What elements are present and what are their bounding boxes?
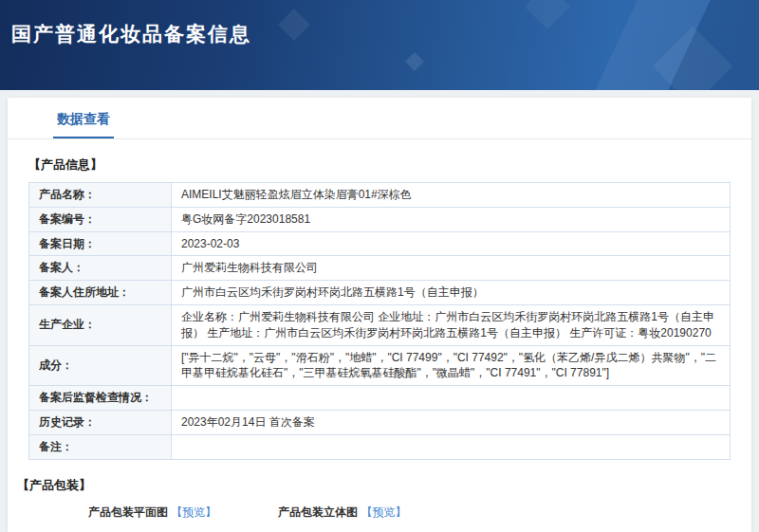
row-value: AIMEILI艾魅丽轻盈炫眉立体染眉膏01#深棕色 (172, 183, 731, 208)
row-value: 广州市白云区均禾街罗岗村环岗北路五横路1号（自主申报） (172, 281, 731, 305)
page-title: 国产普通化妆品备案信息 (0, 0, 759, 47)
table-row: 备案人住所地址： 广州市白云区均禾街罗岗村环岗北路五横路1号（自主申报） (29, 281, 731, 305)
packaging-row: 产品包装平面图 【预览】 产品包装立体图 【预览】 (88, 504, 751, 521)
row-label: 历史记录： (29, 411, 172, 435)
table-row: 成分： ["异十二烷"，"云母"，"滑石粉"，"地蜡"，"CI 77499"，"… (29, 345, 731, 386)
row-value: 企业名称：广州爱莉生物科技有限公司 企业地址：广州市白云区均禾街罗岗村环岗北路五… (172, 304, 731, 345)
table-row: 备案后监督检查情况： (29, 386, 731, 411)
product-info-table: 产品名称： AIMEILI艾魅丽轻盈炫眉立体染眉膏01#深棕色 备案编号： 粤G… (28, 182, 731, 460)
table-row: 备案人： 广州爱莉生物科技有限公司 (29, 256, 731, 281)
table-row: 备案日期： 2023-02-03 (29, 231, 731, 256)
row-label: 生产企业： (29, 304, 172, 345)
table-row: 产品名称： AIMEILI艾魅丽轻盈炫眉立体染眉膏01#深棕色 (29, 183, 731, 208)
table-row: 生产企业： 企业名称：广州爱莉生物科技有限公司 企业地址：广州市白云区均禾街罗岗… (29, 304, 731, 345)
tab-bar: 数据查看 (8, 98, 751, 139)
row-label: 备案人住所地址： (29, 281, 172, 305)
table-row: 备注： (29, 434, 731, 459)
section-title-product-info: 【产品信息】 (28, 156, 751, 174)
page-banner: 国产普通化妆品备案信息 (0, 0, 759, 90)
row-label: 备案日期： (29, 231, 172, 256)
row-label: 成分： (29, 345, 172, 386)
table-row: 备案编号： 粤G妆网备字2023018581 (29, 207, 731, 231)
row-label: 产品名称： (29, 183, 172, 208)
tab-data-view[interactable]: 数据查看 (53, 111, 114, 138)
section-title-packaging: 【产品包装】 (17, 477, 751, 494)
packaging-solid-label: 产品包装立体图 (278, 505, 358, 519)
packaging-flat-label: 产品包装平面图 (88, 505, 168, 519)
packaging-solid-preview-link[interactable]: 【预览】 (361, 505, 406, 519)
row-value (172, 386, 731, 411)
packaging-flat-preview-link[interactable]: 【预览】 (171, 505, 216, 519)
row-value: 粤G妆网备字2023018581 (172, 207, 731, 231)
table-row: 历史记录： 2023年02月14日 首次备案 (29, 411, 731, 435)
row-label: 备案编号： (29, 207, 172, 231)
row-value: 广州爱莉生物科技有限公司 (172, 256, 731, 281)
row-value: 2023-02-03 (172, 231, 731, 256)
row-value: ["异十二烷"，"云母"，"滑石粉"，"地蜡"，"CI 77499"，"CI 7… (172, 345, 731, 386)
row-value (172, 434, 731, 459)
row-label: 备案人： (29, 256, 172, 281)
content-card: 数据查看 【产品信息】 产品名称： AIMEILI艾魅丽轻盈炫眉立体染眉膏01#… (8, 98, 751, 532)
row-label: 备注： (29, 434, 172, 459)
row-value: 2023年02月14日 首次备案 (172, 411, 731, 435)
row-label: 备案后监督检查情况： (29, 386, 172, 411)
banner-square-decoration (405, 52, 424, 71)
